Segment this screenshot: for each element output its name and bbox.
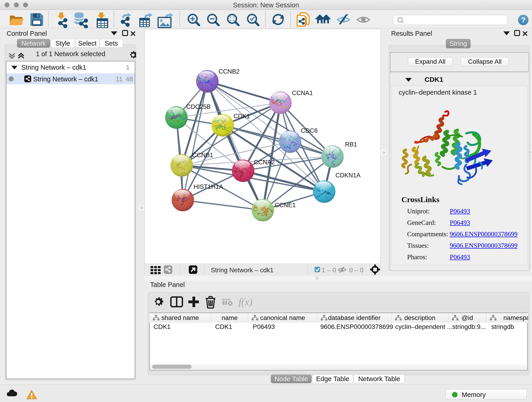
svg-text:CDC6: CDC6 xyxy=(301,127,318,134)
svg-text:CCNA2: CCNA2 xyxy=(254,159,275,166)
svg-text:CCNB2: CCNB2 xyxy=(219,68,240,75)
svg-text:CCNA1: CCNA1 xyxy=(292,89,313,96)
svg-text:HIST1H1A: HIST1H1A xyxy=(194,183,223,190)
svg-text:CCNB1: CCNB1 xyxy=(192,152,213,159)
svg-text:CCNE1: CCNE1 xyxy=(275,202,296,209)
svg-text:f(x): f(x) xyxy=(239,296,253,307)
svg-text:CDK1: CDK1 xyxy=(234,113,250,120)
svg-text:RB1: RB1 xyxy=(345,141,357,148)
svg-text:CDKN1A: CDKN1A xyxy=(336,172,361,179)
svg-text:CDC25B: CDC25B xyxy=(186,103,211,110)
